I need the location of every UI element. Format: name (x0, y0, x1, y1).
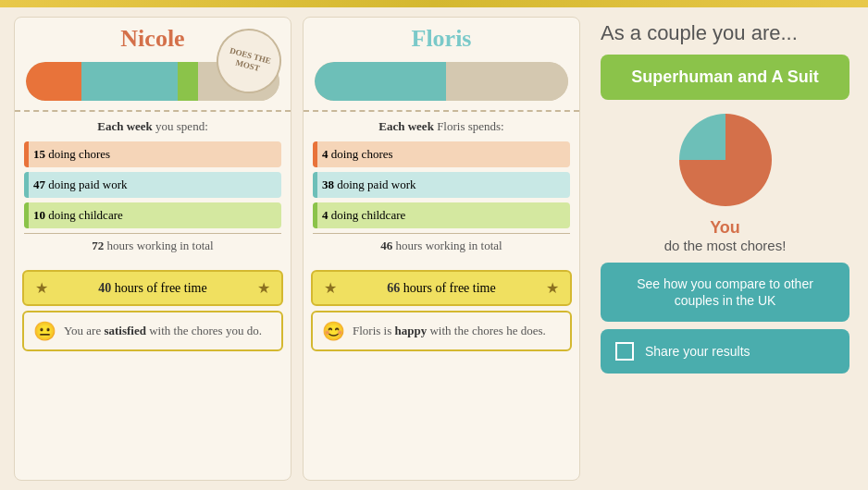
floris-total-row: 46 hours working in total (313, 233, 570, 258)
floris-week-label: Each week Floris spends: (313, 119, 570, 134)
floris-star-left: ★ (324, 279, 337, 297)
floris-smiley: 😊 (322, 320, 345, 342)
right-panel: As a couple you are... Superhuman and A … (591, 17, 854, 481)
floris-paid-hours: 38 (322, 178, 334, 192)
nicole-free-time-row: ★ 40 hours of free time ★ (22, 270, 283, 306)
nicole-smiley: 😐 (33, 320, 56, 342)
couple-title: As a couple you are... (601, 21, 849, 45)
nicole-teal-segment (81, 62, 178, 101)
share-icon (615, 342, 634, 361)
nicole-star-left: ★ (35, 279, 48, 297)
floris-chores-bar (313, 141, 317, 167)
nicole-childcare-bar (24, 202, 29, 228)
nicole-total-row: 72 hours working in total (24, 233, 281, 258)
floris-beige-segment (446, 62, 568, 101)
floris-chores-row: 4 doing chores (313, 141, 570, 167)
floris-satisfaction-row: 😊 Floris is happy with the chores he doe… (311, 311, 572, 351)
floris-free-time-row: ★ 66 hours of free time ★ (311, 270, 572, 306)
floris-chores-hours: 4 (322, 147, 329, 162)
floris-stats: Each week Floris spends: 4 doing chores … (304, 110, 579, 265)
floris-column: Floris Each week Floris spends: 4 doing … (303, 17, 580, 481)
share-button[interactable]: Share your results (601, 329, 849, 374)
nicole-satisfaction-text: You are satisfied with the chores you do… (64, 324, 262, 338)
floris-childcare-row: 4 doing childcare (313, 202, 570, 228)
floris-childcare-hours: 4 (322, 208, 329, 223)
nicole-stats: Each week you spend: 15 doing chores 47 … (15, 110, 291, 265)
nicole-star-right: ★ (257, 279, 270, 297)
nicole-childcare-row: 10 doing childcare (24, 202, 281, 228)
nicole-chores-hours: 15 (33, 147, 45, 162)
nicole-green-segment (178, 62, 198, 101)
nicole-column: Nicole DOES THEMOST Each week you spend:… (14, 17, 291, 481)
floris-total-label: hours working in total (396, 239, 502, 252)
floris-paid-row: 38 doing paid work (313, 172, 570, 198)
floris-satisfaction-text: Floris is happy with the chores he does. (353, 324, 546, 338)
nicole-week-label: Each week you spend: (24, 119, 281, 134)
floris-paid-bar (313, 172, 317, 198)
floris-chores-label: doing chores (331, 147, 393, 162)
floris-childcare-label: doing childcare (331, 208, 406, 223)
compare-button[interactable]: See how you compare to other couples in … (601, 263, 849, 322)
nicole-paid-hours: 47 (33, 178, 45, 192)
nicole-childcare-label: doing childcare (48, 208, 123, 223)
main-container: Nicole DOES THEMOST Each week you spend:… (0, 7, 868, 490)
pie-chart (675, 109, 776, 211)
nicole-chores-bar (24, 141, 29, 167)
nicole-paid-row: 47 doing paid work (24, 172, 281, 198)
top-bar (0, 0, 868, 7)
floris-free-time-text: 66 hours of free time (387, 281, 495, 296)
floris-paid-label: doing paid work (337, 178, 415, 192)
nicole-total-label: hours working in total (107, 239, 214, 252)
floris-total-hours: 46 (380, 239, 392, 252)
pie-label: You do the most chores! (664, 218, 787, 253)
nicole-childcare-hours: 10 (33, 208, 45, 223)
floris-childcare-bar (313, 202, 317, 228)
nicole-orange-segment (26, 62, 81, 101)
nicole-paid-bar (24, 172, 29, 198)
nicole-chores-row: 15 doing chores (24, 141, 281, 167)
nicole-total-hours: 72 (92, 239, 104, 252)
floris-star-right: ★ (546, 279, 559, 297)
share-label: Share your results (645, 343, 750, 360)
pie-slice-secondary (679, 114, 725, 160)
nicole-free-time-text: 40 hours of free time (98, 281, 206, 296)
floris-band (315, 62, 568, 101)
nicole-chores-label: doing chores (48, 147, 110, 162)
nicole-paid-label: doing paid work (48, 178, 127, 192)
floris-name: Floris (304, 18, 579, 56)
nicole-satisfaction-row: 😐 You are satisfied with the chores you … (22, 311, 283, 351)
pie-container: You do the most chores! (601, 109, 849, 253)
couple-result-badge: Superhuman and A Suit (601, 55, 849, 100)
floris-teal-segment (315, 62, 446, 101)
